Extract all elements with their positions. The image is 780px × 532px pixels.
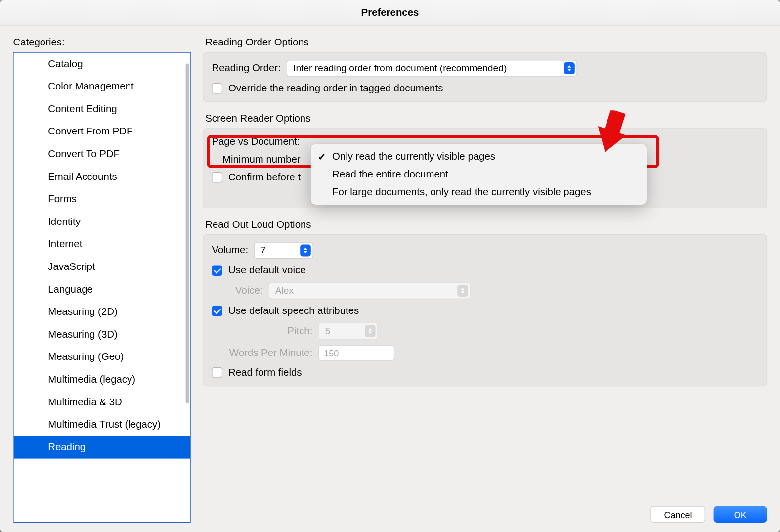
sidebar-item-forms[interactable]: Forms — [14, 188, 191, 211]
sidebar-item-multimedia-3d[interactable]: Multimedia & 3D — [14, 391, 191, 414]
confirm-before-tagging-checkbox[interactable] — [212, 172, 222, 183]
sidebar-item-multimedia-trust-legacy[interactable]: Multimedia Trust (legacy) — [14, 413, 191, 436]
sidebar-item-email-accounts[interactable]: Email Accounts — [14, 166, 191, 188]
page-vs-document-label: Page vs Document: — [212, 136, 300, 148]
sidebar-item-language[interactable]: Language — [14, 278, 191, 301]
sidebar-item-internet[interactable]: Internet — [14, 233, 191, 256]
voice-label: Voice: — [217, 285, 262, 297]
sidebar-item-multimedia-legacy[interactable]: Multimedia (legacy) — [14, 368, 191, 391]
wpm-label: Words Per Minute: — [212, 347, 312, 359]
read-form-fields-checkbox[interactable] — [212, 367, 222, 378]
reading-order-section-title: Reading Order Options — [205, 37, 767, 48]
chevron-updown-icon — [301, 244, 311, 256]
read-out-loud-section: Volume: 7 Use default voice Voice: Alex — [203, 234, 767, 386]
use-default-speech-checkbox[interactable] — [212, 306, 222, 316]
sidebar-item-measuring-3d[interactable]: Measuring (3D) — [14, 323, 191, 346]
dropdown-option-entire-document[interactable]: Read the entire document — [311, 166, 647, 183]
volume-select[interactable]: 7 — [254, 242, 313, 259]
volume-label: Volume: — [212, 244, 248, 256]
reading-order-select[interactable]: Infer reading order from document (recom… — [287, 60, 577, 77]
use-default-voice-checkbox[interactable] — [212, 265, 222, 276]
window-title: Preferences — [0, 0, 780, 26]
confirm-before-tagging-label: Confirm before t — [228, 172, 301, 183]
reading-order-label: Reading Order: — [212, 62, 280, 74]
pitch-select: 5 — [318, 323, 378, 340]
sidebar-item-reading[interactable]: Reading — [14, 436, 191, 459]
sidebar-item-identity[interactable]: Identity — [14, 211, 191, 233]
sidebar-item-measuring-geo[interactable]: Measuring (Geo) — [14, 346, 191, 369]
voice-value: Alex — [275, 285, 294, 296]
wpm-input: 150 — [318, 345, 394, 360]
dropdown-option-large-docs[interactable]: For large documents, only read the curre… — [311, 183, 647, 201]
use-default-voice-label: Use default voice — [228, 265, 305, 276]
sidebar-item-javascript[interactable]: JavaScript — [14, 256, 191, 278]
sidebar-item-convert-to-pdf[interactable]: Convert To PDF — [14, 143, 191, 166]
sidebar-item-color-management[interactable]: Color Management — [14, 75, 191, 98]
reading-order-section: Reading Order: Infer reading order from … — [203, 52, 767, 102]
sidebar-item-measuring-2d[interactable]: Measuring (2D) — [14, 301, 191, 323]
categories-label: Categories: — [13, 37, 191, 48]
screen-reader-section-title: Screen Reader Options — [205, 113, 767, 125]
read-form-fields-label: Read form fields — [228, 367, 302, 379]
categories-sidebar: Categories: Catalog Color Management Con… — [13, 37, 191, 523]
sidebar-item-catalog[interactable]: Catalog — [14, 53, 191, 76]
chevron-updown-icon — [457, 285, 468, 297]
override-reading-order-checkbox[interactable] — [212, 83, 222, 94]
voice-select: Alex — [269, 282, 471, 299]
dropdown-option-visible-pages[interactable]: Only read the currently visible pages — [311, 148, 647, 166]
volume-value: 7 — [260, 245, 266, 256]
reading-order-select-value: Infer reading order from document (recom… — [293, 63, 507, 74]
preferences-window: Preferences Categories: Catalog Color Ma… — [0, 0, 780, 532]
use-default-speech-label: Use default speech attributes — [228, 305, 359, 317]
chevron-updown-icon — [365, 325, 376, 337]
window-title-text: Preferences — [361, 7, 419, 19]
pitch-value: 5 — [325, 326, 331, 337]
sidebar-item-content-editing[interactable]: Content Editing — [14, 98, 191, 121]
cancel-button[interactable]: Cancel — [650, 506, 705, 523]
ok-button[interactable]: OK — [714, 506, 767, 523]
wpm-value: 150 — [324, 348, 339, 358]
read-out-loud-section-title: Read Out Loud Options — [205, 219, 767, 231]
scrollbar[interactable] — [186, 63, 189, 403]
override-reading-order-label: Override the reading order in tagged doc… — [228, 83, 443, 94]
pitch-label: Pitch: — [212, 325, 312, 337]
sidebar-item-convert-from-pdf[interactable]: Convert From PDF — [14, 121, 191, 143]
page-vs-document-dropdown[interactable]: Only read the currently visible pages Re… — [311, 144, 647, 205]
min-pages-label: Minimum number — [222, 154, 301, 166]
footer: Cancel OK — [203, 499, 767, 523]
categories-list[interactable]: Catalog Color Management Content Editing… — [13, 52, 191, 523]
main-panel: Reading Order Options Reading Order: Inf… — [203, 37, 767, 523]
chevron-updown-icon — [564, 62, 575, 74]
